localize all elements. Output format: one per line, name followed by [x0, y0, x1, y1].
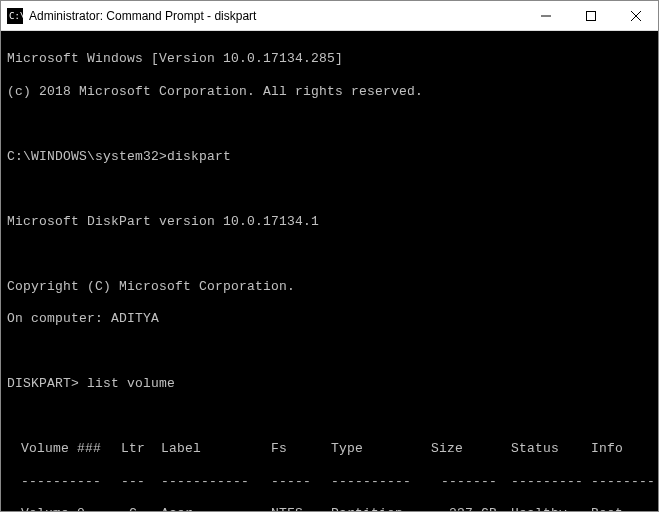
- table-header-row: Volume ###LtrLabelFsTypeSizeStatusInfo: [7, 441, 652, 457]
- prompt-line: C:\WINDOWS\system32>diskpart: [7, 149, 652, 165]
- minimize-button[interactable]: [523, 1, 568, 30]
- maximize-button[interactable]: [568, 1, 613, 30]
- diskpart-copyright: Copyright (C) Microsoft Corporation.: [7, 279, 652, 295]
- prompt-line: DISKPART> list volume: [7, 376, 652, 392]
- diskpart-version: Microsoft DiskPart version 10.0.17134.1: [7, 214, 652, 230]
- svg-text:C:\: C:\: [9, 11, 23, 21]
- table-row: Volume 0 CAcerNTFSPartition237 GBHealthy…: [7, 506, 652, 511]
- window-controls: [523, 1, 658, 30]
- diskpart-computer: On computer: ADITYA: [7, 311, 652, 327]
- copyright-line: (c) 2018 Microsoft Corporation. All righ…: [7, 84, 652, 100]
- titlebar: C:\ Administrator: Command Prompt - disk…: [1, 1, 658, 31]
- os-version-line: Microsoft Windows [Version 10.0.17134.28…: [7, 51, 652, 67]
- table-divider-row: ----------------------------------------…: [7, 474, 652, 490]
- terminal-output[interactable]: Microsoft Windows [Version 10.0.17134.28…: [1, 31, 658, 511]
- cmd-icon: C:\: [7, 8, 23, 24]
- close-button[interactable]: [613, 1, 658, 30]
- window-title: Administrator: Command Prompt - diskpart: [29, 9, 523, 23]
- svg-rect-3: [586, 11, 595, 20]
